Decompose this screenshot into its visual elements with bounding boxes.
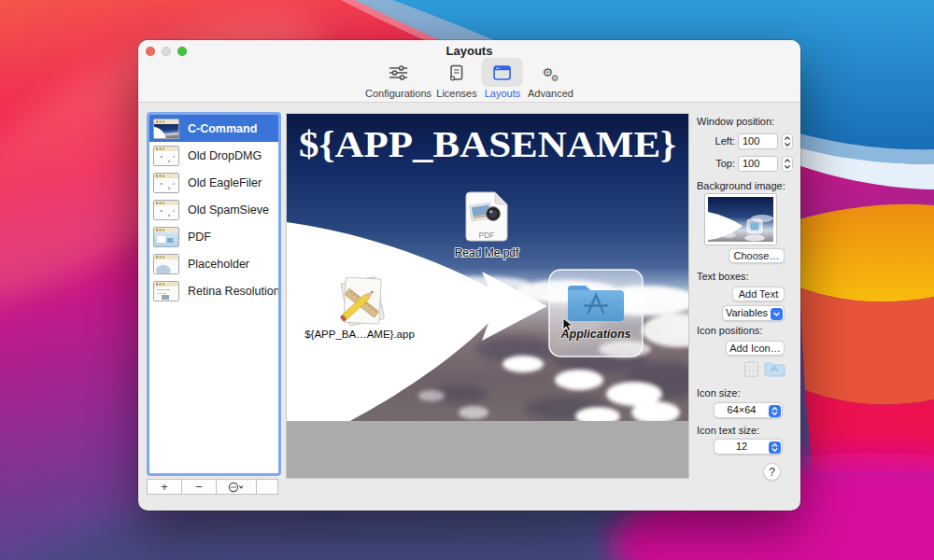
chevron-up-down-icon — [769, 441, 781, 454]
background-image-thumbnail[interactable] — [704, 193, 777, 245]
text-boxes-label: Text boxes: — [697, 271, 749, 282]
layout-thumbnail — [153, 146, 179, 166]
layout-name-label: C-Command — [188, 122, 257, 135]
gears-icon: ⚙⚙ — [540, 63, 560, 82]
layout-name-label: Old EagleFiler — [188, 176, 262, 189]
top-label: Top: — [713, 158, 735, 169]
app-bundle-icon[interactable] — [340, 276, 385, 326]
applications-folder-icon — [568, 286, 624, 321]
window-position-label: Window position: — [697, 116, 774, 127]
icon-positions-label: Icon positions: — [697, 325, 762, 336]
toolbar-item-label: Licenses — [436, 88, 476, 99]
layout-actions-menu-button[interactable] — [217, 480, 257, 494]
inspector-panel: Window position: Left: 100 Top: 100 Back… — [693, 114, 798, 487]
toolbar-item-licenses[interactable]: Licenses — [436, 58, 477, 99]
toolbar-item-label: Configurations — [365, 88, 432, 99]
layout-name-label: Retina Resolution — [188, 285, 280, 298]
left-stepper[interactable] — [782, 133, 793, 149]
toolbar-item-configurations[interactable]: Configurations — [365, 58, 432, 99]
sidebar-item-old-dropdmg[interactable]: Old DropDMG — [149, 142, 278, 169]
layout-list-buttons: + − — [147, 479, 278, 495]
toolbar-item-label: Layouts — [485, 88, 521, 99]
toolbar: ConfigurationsLicensesLayouts⚙⚙Advanced — [365, 58, 573, 99]
layout-name-label: Placeholder — [188, 258, 249, 271]
remove-layout-button[interactable]: − — [182, 480, 217, 494]
readme-pdf-icon[interactable]: PDF — [466, 192, 507, 241]
icon-text-size-popup[interactable]: 12 — [714, 439, 783, 455]
help-button[interactable]: ? — [763, 463, 781, 481]
toolbar-item-label: Advanced — [528, 88, 573, 99]
layout-thumbnail — [153, 227, 179, 247]
layout-thumbnail — [153, 173, 179, 193]
top-position-field[interactable]: 100 — [738, 156, 778, 172]
icon-text-size-value: 12 — [736, 441, 747, 452]
layout-preview: ${APP_BASENAME} PDF Read Me.pdf — [287, 114, 688, 478]
layouts-icon-box — [482, 58, 523, 87]
top-stepper[interactable] — [782, 156, 793, 172]
window-title: Layouts — [138, 44, 800, 58]
advanced-icon-box: ⚙⚙ — [530, 58, 571, 87]
sliders-icon — [389, 64, 409, 81]
configurations-icon-box — [378, 58, 419, 87]
layout-name-label: Old DropDMG — [188, 149, 262, 162]
layout-thumbnail — [153, 254, 179, 274]
toolbar-item-advanced[interactable]: ⚙⚙Advanced — [528, 58, 573, 99]
pdf-badge-text: PDF — [479, 231, 495, 240]
sidebar-item-placeholder[interactable]: Placeholder — [149, 250, 278, 277]
icon-size-popup[interactable]: 64×64 — [714, 402, 783, 418]
applications-label: Applications — [559, 328, 630, 341]
layout-name-label: PDF — [188, 231, 211, 244]
choose-background-button[interactable]: Choose… — [729, 248, 785, 263]
preview-status-strip — [287, 421, 688, 478]
chevron-down-icon — [771, 308, 783, 320]
layout-title-text[interactable]: ${APP_BASENAME} — [299, 123, 676, 165]
layout-list-buttons-filler — [257, 480, 277, 494]
variables-menu-label: Variables — [726, 307, 768, 318]
toolbar-item-layouts[interactable]: Layouts — [482, 58, 523, 99]
applications-folder-ghost-icon[interactable] — [764, 361, 785, 377]
layout-name-label: Old SpamSieve — [188, 203, 269, 217]
layout-thumbnail — [153, 200, 179, 220]
layout-thumbnail — [153, 281, 179, 301]
background-image-label: Background image: — [697, 180, 785, 191]
window-header: Layouts ConfigurationsLicensesLayouts⚙⚙A… — [138, 40, 800, 103]
ellipsis-circle-chevron-icon — [228, 482, 245, 493]
sidebar-item-pdf[interactable]: PDF — [149, 223, 278, 250]
add-text-button[interactable]: Add Text — [732, 287, 785, 301]
sidebar-item-old-eaglefiler[interactable]: Old EagleFiler — [149, 169, 278, 196]
license-scroll-icon — [447, 63, 466, 82]
readme-pdf-label[interactable]: Read Me.pdf — [455, 246, 519, 259]
sidebar-item-old-spamsieve[interactable]: Old SpamSieve — [149, 196, 278, 223]
dropdmg-window: Layouts ConfigurationsLicensesLayouts⚙⚙A… — [138, 40, 800, 511]
svg-text:⚙: ⚙ — [551, 72, 559, 82]
sidebar-item-c-command[interactable]: C-Command — [149, 115, 278, 142]
add-layout-button[interactable]: + — [148, 480, 182, 494]
left-position-field[interactable]: 100 — [738, 133, 778, 149]
layout-list: C-CommandOld DropDMGOld EagleFilerOld Sp… — [147, 112, 281, 476]
window-layout-icon — [493, 64, 512, 81]
chevron-up-down-icon — [769, 405, 781, 417]
sidebar-item-retina-resolution[interactable]: Retina Resolution — [149, 277, 278, 304]
background-thumbnail-image — [708, 197, 773, 242]
generic-icon-placeholder[interactable] — [744, 361, 758, 377]
licenses-icon-box — [436, 58, 477, 87]
icon-size-value: 64×64 — [728, 404, 757, 415]
icon-text-size-label: Icon text size: — [697, 425, 759, 436]
icon-size-label: Icon size: — [697, 387, 740, 399]
layout-thumbnail — [153, 119, 179, 139]
add-icon-button[interactable]: Add Icon… — [726, 341, 785, 356]
variables-menu-button[interactable]: Variables — [722, 305, 785, 321]
app-bundle-label[interactable]: ${APP_BA…AME}.app — [304, 329, 415, 340]
left-label: Left: — [713, 135, 735, 147]
applications-drop-target[interactable]: Applications — [549, 270, 643, 357]
